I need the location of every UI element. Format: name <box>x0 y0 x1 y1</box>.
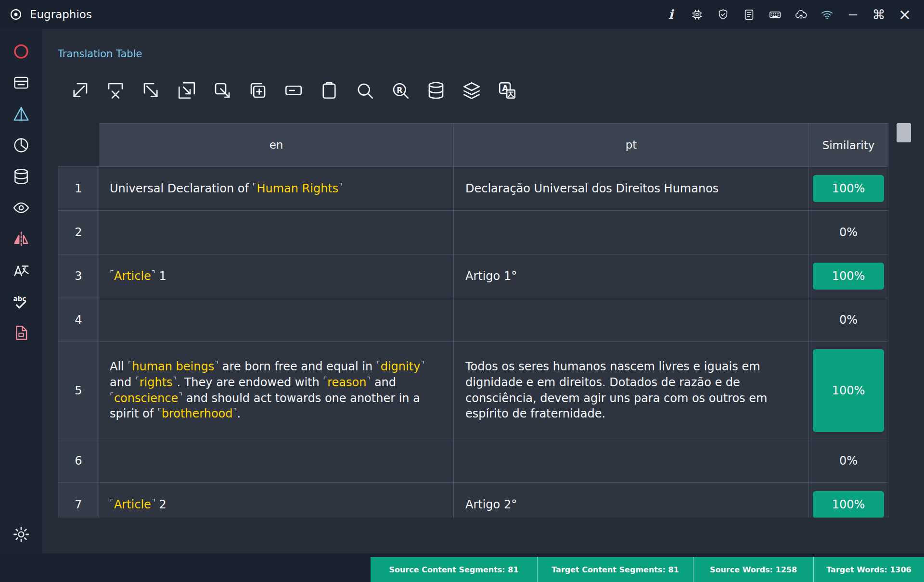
regex-search-icon[interactable]: R <box>390 80 411 101</box>
spellcheck-icon[interactable]: abc <box>11 291 31 312</box>
source-column-header: en <box>99 123 454 167</box>
target-cell[interactable]: Artigo 2° <box>454 483 809 518</box>
table-row: 60% <box>58 439 889 483</box>
similarity-badge: 100% <box>813 491 884 518</box>
log-icon[interactable] <box>740 6 757 23</box>
source-cell[interactable]: Article 2 <box>99 483 454 518</box>
textbox-icon[interactable] <box>283 80 304 101</box>
row-number-cell[interactable]: 6 <box>58 439 99 483</box>
layers-icon[interactable] <box>461 80 482 101</box>
status-stat: Target Words: 1306 <box>813 557 924 582</box>
language-icon[interactable] <box>11 260 31 280</box>
table-header-row: en pt Similarity <box>58 123 889 167</box>
source-cell[interactable]: Article 1 <box>99 254 454 298</box>
prism-icon[interactable] <box>11 104 31 124</box>
row-number-cell[interactable]: 1 <box>58 167 99 211</box>
table-row: 5All human beings are born free and equa… <box>58 342 889 439</box>
maximize-icon[interactable]: ⌘ <box>870 6 887 23</box>
shield-check-icon[interactable] <box>714 6 732 23</box>
statusbar: Source Content Segments: 81Target Conten… <box>0 557 924 582</box>
table-row: 7Article 2Artigo 2°100% <box>58 483 889 518</box>
gear-icon[interactable] <box>11 524 31 544</box>
wifi-icon[interactable] <box>818 6 835 23</box>
highlighted-term: rights <box>135 376 177 389</box>
highlighted-term: Article <box>110 498 155 511</box>
source-cell[interactable]: Universal Declaration of Human Rights <box>99 167 454 211</box>
highlighted-term: Human Rights <box>253 182 343 195</box>
target-cell[interactable]: Todos os seres humanos nascem livres e i… <box>454 342 809 439</box>
keyboard-icon[interactable] <box>766 6 783 23</box>
svg-text:abc: abc <box>13 295 26 303</box>
info-icon[interactable]: i <box>662 6 680 23</box>
row-number-cell[interactable]: 2 <box>58 211 99 254</box>
app-title: Eugraphios <box>30 8 92 21</box>
pdf-icon[interactable] <box>11 323 31 343</box>
source-cell[interactable] <box>99 439 454 483</box>
statusbar-filler <box>0 557 371 582</box>
highlighted-term: brotherhood <box>157 407 237 420</box>
similarity-cell: 100% <box>809 483 888 518</box>
highlighted-term: dignity <box>376 360 424 373</box>
minimize-icon[interactable] <box>844 6 861 23</box>
record-icon[interactable] <box>11 41 31 62</box>
eye-icon[interactable] <box>11 198 31 218</box>
arrow-corner-right-icon[interactable] <box>141 80 162 101</box>
main-content: Translation Table RA en pt Similarity 1U… <box>42 29 924 553</box>
similarity-cell: 100% <box>809 254 888 298</box>
cloud-upload-icon[interactable] <box>792 6 809 23</box>
target-cell[interactable]: Artigo 1° <box>454 254 809 298</box>
database-icon[interactable] <box>425 80 447 101</box>
similarity-badge: 100% <box>813 263 884 290</box>
highlighted-term: reason <box>323 376 371 389</box>
table-row: 20% <box>58 211 889 254</box>
clear-segment-icon[interactable] <box>105 80 126 101</box>
arrow-corner-left-icon[interactable] <box>69 80 90 101</box>
scrollbar-thumb[interactable] <box>897 123 911 142</box>
highlighted-term: conscience <box>110 392 182 405</box>
app-logo-icon <box>9 7 23 22</box>
toolbar: RA <box>69 80 924 101</box>
status-stat: Target Content Segments: 81 <box>537 557 693 582</box>
translate-icon[interactable]: A <box>497 80 518 101</box>
row-number-cell[interactable]: 4 <box>58 298 99 342</box>
similarity-cell: 0% <box>809 439 888 483</box>
row-number-cell[interactable]: 7 <box>58 483 99 518</box>
flip-icon[interactable] <box>11 229 31 249</box>
row-number-cell[interactable]: 3 <box>58 254 99 298</box>
open-external-icon[interactable] <box>212 80 233 101</box>
app-body: abc Translation Table RA en pt Similarit… <box>0 29 924 553</box>
page-title: Translation Table <box>58 48 924 60</box>
close-icon[interactable]: × <box>896 6 913 23</box>
source-cell[interactable] <box>99 298 454 342</box>
row-number-cell[interactable]: 5 <box>58 342 99 439</box>
arrow-corner-double-icon[interactable] <box>176 80 197 101</box>
target-cell[interactable] <box>454 211 809 254</box>
duplicate-add-icon[interactable] <box>247 80 269 101</box>
target-cell[interactable] <box>454 298 809 342</box>
status-stat: Source Words: 1258 <box>693 557 813 582</box>
clipboard-icon[interactable] <box>319 80 340 101</box>
table-body: 1Universal Declaration of Human RightsDe… <box>58 167 889 518</box>
database-icon[interactable] <box>11 166 31 187</box>
highlighted-term: human beings <box>128 360 218 373</box>
similarity-value: 0% <box>839 313 858 327</box>
table-corner-cell <box>58 123 99 167</box>
target-cell[interactable]: Declaração Universal dos Direitos Humano… <box>454 167 809 211</box>
search-icon[interactable] <box>354 80 375 101</box>
highlighted-term: Article <box>110 269 155 283</box>
status-stat: Source Content Segments: 81 <box>371 557 537 582</box>
source-cell[interactable] <box>99 211 454 254</box>
similarity-cell: 100% <box>809 167 888 211</box>
inbox-icon[interactable] <box>11 73 31 93</box>
titlebar: Eugraphios i⌘× <box>0 0 924 29</box>
sidebar: abc <box>0 29 42 553</box>
bottom-strip <box>0 553 924 557</box>
similarity-value: 0% <box>839 454 858 468</box>
chip-icon[interactable] <box>688 6 706 23</box>
translation-table: en pt Similarity 1Universal Declaration … <box>58 123 889 518</box>
target-cell[interactable] <box>454 439 809 483</box>
table-row: 1Universal Declaration of Human RightsDe… <box>58 167 889 211</box>
pie-chart-icon[interactable] <box>11 135 31 155</box>
source-cell[interactable]: All human beings are born free and equal… <box>99 342 454 439</box>
similarity-cell: 0% <box>809 298 888 342</box>
